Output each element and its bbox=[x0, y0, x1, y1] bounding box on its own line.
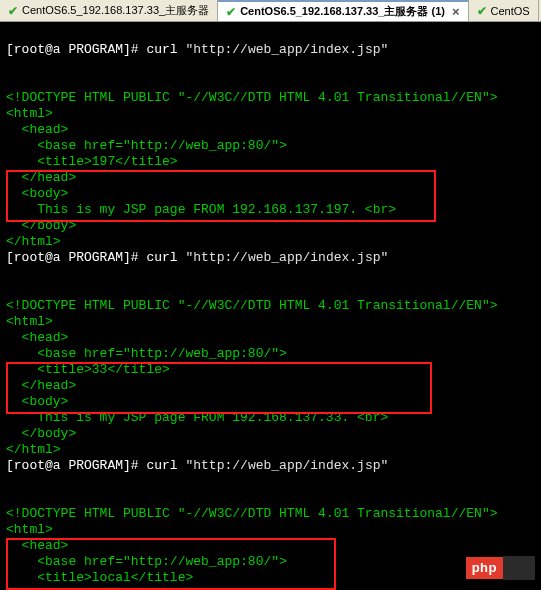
command: curl bbox=[146, 458, 177, 473]
output-line: <base href="http://web_app:80/"> bbox=[6, 554, 287, 569]
blank-line bbox=[6, 266, 14, 281]
tab-3[interactable]: ✔ CentOS bbox=[469, 0, 539, 21]
url-arg: "http://web_app/index.jsp" bbox=[185, 458, 388, 473]
output-line: </head> bbox=[6, 170, 76, 185]
tab-label: CentOS6.5_192.168.137.33_主服务器 bbox=[22, 3, 209, 18]
output-line: <!DOCTYPE HTML PUBLIC "-//W3C//DTD HTML … bbox=[6, 90, 497, 105]
watermark-right bbox=[503, 556, 535, 580]
check-icon: ✔ bbox=[8, 4, 18, 18]
tab-1[interactable]: ✔ CentOS6.5_192.168.137.33_主服务器 bbox=[0, 0, 218, 21]
output-line: <head> bbox=[6, 330, 68, 345]
output-line: <base href="http://web_app:80/"> bbox=[6, 346, 287, 361]
output-line: </html> bbox=[6, 442, 61, 457]
output-line: <html> bbox=[6, 106, 53, 121]
blank-line bbox=[6, 474, 14, 489]
tab-label: CentOS bbox=[491, 5, 530, 17]
blank-line bbox=[6, 282, 14, 297]
command: curl bbox=[146, 42, 177, 57]
output-line: <head> bbox=[6, 538, 68, 553]
output-line: <html> bbox=[6, 314, 53, 329]
output-line: <title>local</title> bbox=[6, 570, 193, 585]
blank-line bbox=[6, 490, 14, 505]
watermark-text: php bbox=[466, 557, 503, 579]
output-line: <title>197</title> bbox=[6, 154, 178, 169]
watermark: php bbox=[466, 556, 535, 580]
tab-bar: ✔ CentOS6.5_192.168.137.33_主服务器 ✔ CentOS… bbox=[0, 0, 541, 22]
url-arg: "http://web_app/index.jsp" bbox=[185, 42, 388, 57]
terminal[interactable]: [root@a PROGRAM]# curl "http://web_app/i… bbox=[0, 22, 541, 590]
check-icon: ✔ bbox=[226, 5, 236, 19]
tab-label: CentOS6.5_192.168.137.33_主服务器 (1) bbox=[240, 4, 445, 19]
shell-prompt: [root@a PROGRAM]# bbox=[6, 250, 139, 265]
output-line: </head> bbox=[6, 378, 76, 393]
output-line: <!DOCTYPE HTML PUBLIC "-//W3C//DTD HTML … bbox=[6, 506, 497, 521]
output-line: <head> bbox=[6, 122, 68, 137]
output-line: <body> bbox=[6, 186, 68, 201]
output-line: This is my JSP page FROM 192.168.137.197… bbox=[6, 202, 396, 217]
output-line: </body> bbox=[6, 218, 76, 233]
close-icon[interactable]: × bbox=[452, 4, 460, 19]
shell-prompt: [root@a PROGRAM]# bbox=[6, 42, 139, 57]
output-line: <body> bbox=[6, 394, 68, 409]
output-line: <!DOCTYPE HTML PUBLIC "-//W3C//DTD HTML … bbox=[6, 298, 497, 313]
blank-line bbox=[6, 74, 14, 89]
output-line: </html> bbox=[6, 234, 61, 249]
blank-line bbox=[6, 58, 14, 73]
output-line: <title>33</title> bbox=[6, 362, 170, 377]
command: curl bbox=[146, 250, 177, 265]
output-line: </head> bbox=[6, 586, 76, 590]
tab-2[interactable]: ✔ CentOS6.5_192.168.137.33_主服务器 (1) × bbox=[218, 0, 468, 21]
output-line: This is my JSP page FROM 192.168.137.33.… bbox=[6, 410, 388, 425]
output-line: <html> bbox=[6, 522, 53, 537]
output-line: </body> bbox=[6, 426, 76, 441]
check-icon: ✔ bbox=[477, 4, 487, 18]
url-arg: "http://web_app/index.jsp" bbox=[185, 250, 388, 265]
shell-prompt: [root@a PROGRAM]# bbox=[6, 458, 139, 473]
output-line: <base href="http://web_app:80/"> bbox=[6, 138, 287, 153]
